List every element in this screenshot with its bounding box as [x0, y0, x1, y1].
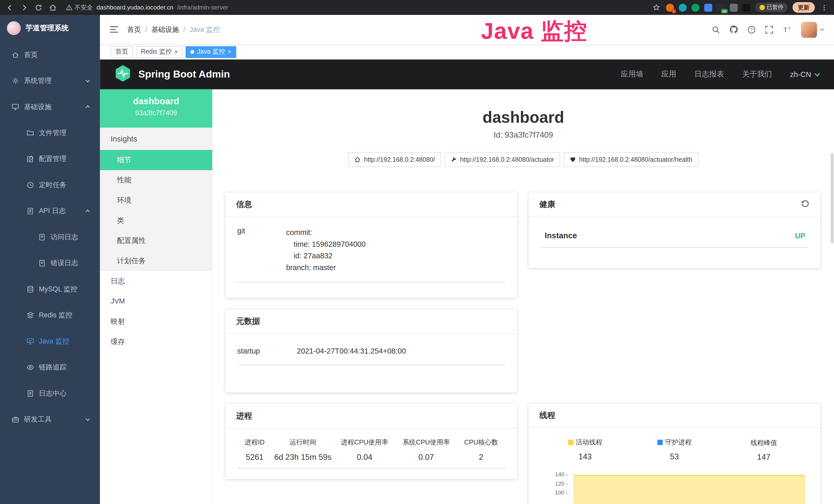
link-label: http://192.168.0.2:48080/actuator/health [579, 156, 692, 163]
url-host: dashboard.yudao.iocoder.cn [96, 4, 173, 11]
chevron-down-icon [814, 72, 820, 77]
sidebar-item-api-logs[interactable]: API 日志 [0, 198, 100, 224]
sidebar-item-label: 文件管理 [39, 128, 67, 137]
inst-item-config-props[interactable]: 配置属性 [100, 231, 212, 251]
health-instance-label: Instance [545, 231, 577, 240]
paused-badge[interactable]: 已暂停 [755, 3, 788, 12]
tab-redis-monitor[interactable]: Redis 监控 × [136, 46, 183, 58]
inst-item-logs[interactable]: 日志 [100, 271, 212, 292]
inst-item-scheduled[interactable]: 计划任务 [100, 251, 212, 271]
inst-item-details[interactable]: 细节 [100, 150, 212, 170]
locale-label: zh-CN [790, 70, 811, 78]
address-bar[interactable]: 不安全 dashboard.yudao.iocoder.cn/infra/adm… [66, 3, 228, 11]
sba-nav-about[interactable]: 关于我们 [742, 70, 772, 79]
info-card: 信息 git commit: time: 1596289704000 id: 2… [225, 192, 517, 298]
extension-badge: 1 [672, 9, 676, 13]
tab-java-monitor[interactable]: Java 监控 × [186, 46, 236, 58]
sidebar-item-label: 定时任务 [39, 180, 67, 189]
inst-item-caches[interactable]: 缓存 [100, 332, 212, 352]
breadcrumb-infrastructure[interactable]: 基础设施 [151, 25, 179, 34]
extension-icon-gray[interactable] [729, 3, 738, 11]
instance-links: http://192.168.0.2:48080/ http://192.168… [213, 152, 834, 167]
page-root: 不安全 dashboard.yudao.iocoder.cn/infra/adm… [0, 0, 834, 504]
process-col-uptime: 运行时间 6d 23h 15m 59s [272, 438, 334, 469]
sba-header: Spring Boot Admin 应用墙 应用 日志报表 关于我们 zh-CN [100, 60, 834, 89]
sba-locale-select[interactable]: zh-CN [790, 70, 820, 78]
sba-nav-applications[interactable]: 应用 [661, 70, 676, 79]
smiley-icon [759, 5, 765, 10]
sidebar-item-java-monitor[interactable]: Java 监控 [0, 328, 100, 354]
page-title: dashboard [213, 108, 834, 126]
inst-item-classes[interactable]: 类 [100, 210, 212, 231]
extension-icon-dark[interactable] [742, 3, 750, 11]
sba-logo-icon [114, 65, 132, 85]
health-url-link[interactable]: http://192.168.0.2:48080/actuator/health [564, 152, 698, 167]
sidebar-item-home[interactable]: 首页 [0, 42, 100, 68]
update-button[interactable]: 更新 [792, 2, 815, 13]
svg-text:?: ? [750, 27, 753, 32]
extension-icon-blue-grid[interactable] [704, 3, 712, 11]
sidebar-item-config-mgmt[interactable]: 配置管理 [0, 145, 100, 171]
tab-label: Redis 监控 [141, 47, 172, 56]
forward-icon[interactable] [20, 3, 29, 12]
threads-chart: 140 120 100 [541, 471, 809, 504]
health-card: 健康 Instance UP [529, 192, 820, 268]
sidebar-item-mysql-monitor[interactable]: MySQL 监控 [0, 276, 100, 302]
health-heart-icon [569, 156, 576, 163]
user-avatar[interactable] [801, 22, 825, 38]
hamburger-icon[interactable] [110, 25, 119, 33]
sidebar-item-trace[interactable]: 链路追踪 [0, 354, 100, 380]
inst-item-mappings[interactable]: 映射 [100, 312, 212, 332]
instance-id: 93a3fc7f7409 [100, 109, 212, 117]
metadata-value: 2021-04-27T00:44:31.254+08:00 [297, 347, 505, 355]
browser-toolbar: 不安全 dashboard.yudao.iocoder.cn/infra/adm… [0, 0, 834, 15]
sidebar-item-error-logs[interactable]: 错误日志 [0, 250, 100, 276]
security-warning[interactable]: 不安全 [66, 3, 93, 11]
main-area: 首页 / 基础设施 / Java 监控 ? TT 首页 [100, 15, 834, 504]
sidebar-item-access-logs[interactable]: 访问日志 [0, 224, 100, 250]
card-title: 元数据 [236, 316, 260, 326]
content-scrollbar[interactable] [831, 153, 833, 244]
help-icon[interactable]: ? [747, 25, 756, 33]
close-icon[interactable]: × [228, 49, 231, 55]
sidebar-item-log-center[interactable]: 日志中心 [0, 380, 100, 406]
svg-text:T: T [784, 26, 787, 33]
app-logo[interactable]: 芋道管理系统 [0, 15, 100, 42]
history-icon[interactable] [801, 200, 810, 209]
breadcrumb-home[interactable]: 首页 [127, 25, 141, 34]
inst-item-performance[interactable]: 性能 [100, 170, 212, 190]
fullscreen-icon[interactable] [765, 25, 773, 33]
sidebar-item-file-mgmt[interactable]: 文件管理 [0, 120, 100, 145]
inst-item-environment[interactable]: 环境 [100, 190, 212, 210]
process-col-cpu-cores: CPU核心数 2 [457, 438, 505, 469]
github-icon[interactable] [729, 25, 738, 34]
home-browser-icon[interactable] [48, 3, 57, 12]
sidebar-item-dev-tools[interactable]: 研发工具 [0, 406, 100, 432]
gear-icon [12, 77, 19, 84]
tab-home[interactable]: 首页 [111, 46, 133, 58]
sba-nav-journal[interactable]: 日志报表 [694, 70, 724, 79]
bookmark-star-icon[interactable] [652, 3, 661, 12]
extension-icon-orange[interactable]: 1 [666, 3, 674, 11]
sidebar-item-label: Java 监控 [39, 336, 69, 346]
kebab-menu-icon[interactable] [820, 3, 829, 12]
reload-icon[interactable] [34, 3, 43, 12]
breadcrumb-separator: / [145, 25, 147, 33]
inst-item-jvm[interactable]: JVM [100, 292, 212, 312]
back-icon[interactable] [5, 3, 14, 12]
font-size-icon[interactable]: TT [782, 25, 792, 33]
extension-icon-on[interactable]: on [717, 3, 725, 11]
link-label: http://192.168.0.2:48080/ [364, 156, 435, 163]
actuator-url-link[interactable]: http://192.168.0.2:48080/actuator [445, 152, 560, 167]
close-icon[interactable]: × [174, 49, 178, 55]
extension-icon-teal[interactable] [678, 3, 686, 11]
extension-icon-green-circle[interactable] [691, 3, 699, 11]
y-tick: 140 [550, 471, 568, 478]
sba-nav-wallboard[interactable]: 应用墙 [621, 70, 643, 79]
sidebar-item-scheduled-tasks[interactable]: 定时任务 [0, 172, 100, 198]
sidebar-item-redis-monitor[interactable]: Redis 监控 [0, 302, 100, 328]
sidebar-item-infrastructure[interactable]: 基础设施 [0, 93, 100, 119]
sidebar-item-system-mgmt[interactable]: 系统管理 [0, 68, 100, 93]
search-icon[interactable] [712, 25, 720, 33]
service-url-link[interactable]: http://192.168.0.2:48080/ [349, 152, 441, 167]
